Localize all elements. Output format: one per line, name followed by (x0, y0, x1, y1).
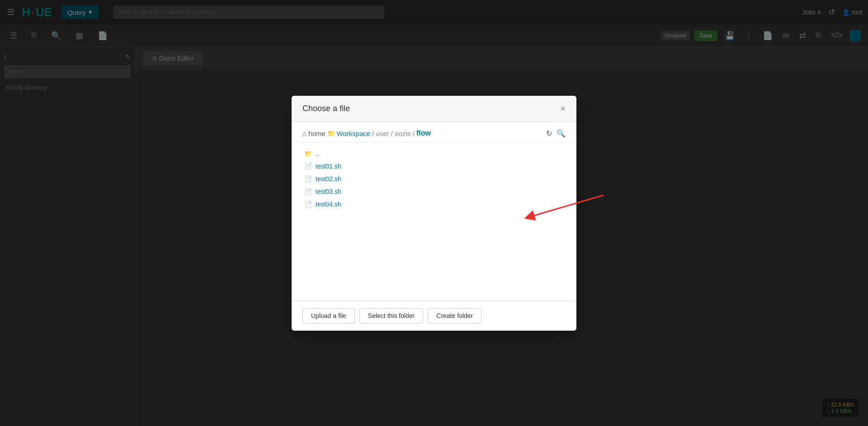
breadcrumb-sep1: / (372, 130, 374, 137)
home-icon: ⌂ (302, 130, 307, 137)
modal-footer: Upload a file Select this folder Create … (292, 301, 576, 331)
breadcrumb-oozie-label[interactable]: oozie (395, 130, 411, 137)
file-icon-test04: 📄 (304, 201, 312, 208)
file-icon-test03: 📄 (304, 188, 312, 195)
breadcrumb-search-icon[interactable]: 🔍 (557, 129, 566, 138)
breadcrumb-refresh-icon[interactable]: ↻ (546, 129, 552, 138)
file-item-dotdot[interactable]: 📁 .. (302, 147, 566, 160)
breadcrumb-sep2: / (391, 130, 393, 137)
modal-file-list: 📁 .. 📄 test01.sh 📄 test02.sh 📄 test03.sh… (292, 143, 576, 300)
breadcrumb-user-label[interactable]: user (376, 130, 389, 137)
file-name-test02: test02.sh (316, 175, 341, 183)
create-folder-button[interactable]: Create folder (428, 308, 481, 323)
breadcrumb-home-link[interactable]: ⌂ home (302, 130, 326, 137)
file-item-test04[interactable]: 📄 test04.sh (302, 198, 566, 211)
workspace-folder-icon: 📁 (327, 130, 335, 137)
breadcrumb-sep3: / (413, 130, 415, 137)
file-icon-test02: 📄 (304, 175, 312, 183)
breadcrumb-flow-label: flow (416, 129, 431, 137)
modal-header: Choose a file × (292, 96, 576, 122)
breadcrumb-workspace-label: Workspace (337, 130, 371, 137)
modal-close-button[interactable]: × (560, 104, 566, 113)
file-item-test01[interactable]: 📄 test01.sh (302, 160, 566, 173)
file-name-test04: test04.sh (316, 201, 341, 208)
file-icon-test01: 📄 (304, 163, 312, 170)
modal-title: Choose a file (302, 104, 350, 113)
file-item-test03[interactable]: 📄 test03.sh (302, 185, 566, 198)
file-name-test01: test01.sh (316, 163, 341, 170)
modal-breadcrumb: ⌂ home 📁 Workspace / user / oozie / flow… (292, 122, 576, 143)
folder-up-icon: 📁 (304, 150, 312, 157)
file-item-test02[interactable]: 📄 test02.sh (302, 173, 566, 185)
upload-file-button[interactable]: Upload a file (302, 308, 355, 323)
choose-file-modal: Choose a file × ⌂ home 📁 Workspace / use… (292, 96, 576, 331)
modal-overlay: Choose a file × ⌂ home 📁 Workspace / use… (0, 0, 868, 426)
file-name-test03: test03.sh (316, 188, 341, 195)
breadcrumb-home-label: home (308, 130, 326, 137)
file-name-dotdot: .. (316, 150, 319, 157)
breadcrumb-workspace-link[interactable]: 📁 Workspace (327, 130, 371, 137)
breadcrumb-actions: ↻ 🔍 (546, 129, 566, 138)
select-folder-button[interactable]: Select this folder (359, 308, 424, 323)
